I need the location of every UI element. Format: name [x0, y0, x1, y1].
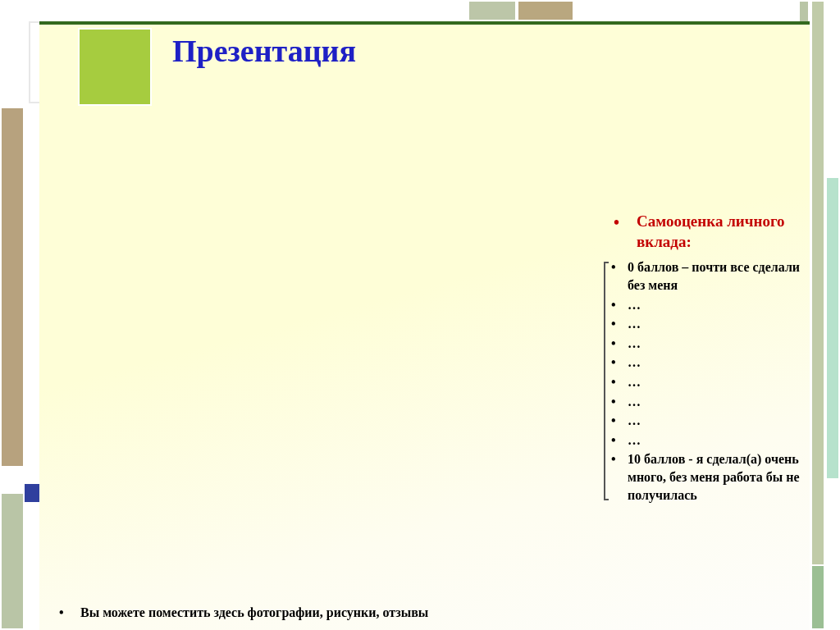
scale-item: … — [609, 354, 814, 372]
decor-corner-green — [78, 28, 152, 106]
self-assessment-block: Самооценка личного вклада: 0 баллов – по… — [609, 212, 814, 505]
scale-item: … — [609, 315, 814, 333]
footer-note: Вы можете поместить здесь фотографии, ри… — [57, 605, 428, 620]
section-heading: Самооценка личного вклада: — [609, 212, 814, 252]
slide-title: Презентация — [172, 33, 356, 69]
scale-item: … — [609, 431, 814, 450]
scale-item: … — [609, 373, 814, 391]
scale-item: 10 баллов - я сделал(а) очень много, без… — [609, 450, 814, 504]
decor-bar-top-tan — [517, 0, 574, 21]
decor-bar-left-lower — [0, 492, 25, 630]
scale-item: … — [609, 393, 814, 411]
decor-bar-left-blue — [25, 484, 39, 502]
scale-list: 0 баллов – почти все сделали без меня … … — [609, 258, 814, 504]
scale-item: … — [609, 335, 814, 353]
scale-item: 0 баллов – почти все сделали без меня — [609, 258, 814, 294]
decor-bar-right-mint — [825, 176, 840, 480]
decor-bar-top-olive — [468, 0, 517, 21]
decor-bar-right-bottom — [810, 564, 825, 630]
scale-item: … — [609, 412, 814, 430]
scale-item: … — [609, 296, 814, 314]
decor-bar-left-tan — [0, 107, 25, 468]
